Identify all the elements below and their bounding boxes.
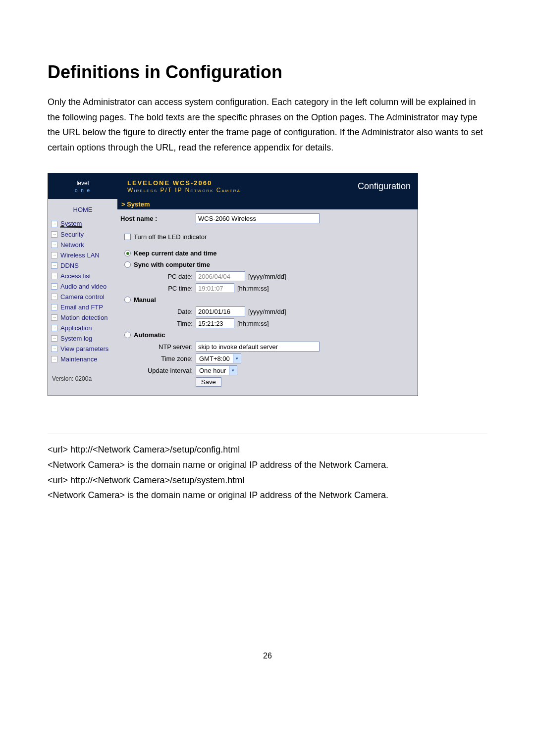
- arrow-right-icon: →: [51, 346, 57, 352]
- pc-time-label: PC time:: [120, 285, 196, 292]
- update-interval-select[interactable]: One hour ▾: [196, 365, 237, 375]
- led-checkbox-row[interactable]: Turn off the LED indicator: [120, 231, 414, 243]
- timezone-label: Time zone:: [120, 355, 196, 362]
- arrow-right-icon: →: [51, 356, 57, 362]
- sidebar-item-label: Audio and video: [60, 283, 107, 290]
- pc-date-input[interactable]: [196, 271, 245, 281]
- sidebar-item-label: Application: [60, 324, 92, 332]
- arrow-right-icon: →: [51, 335, 57, 342]
- radio-icon: [124, 332, 131, 338]
- update-interval-label: Update interval:: [120, 367, 196, 374]
- arrow-right-icon: →: [51, 294, 57, 300]
- footer-line: <Network Camera> is the domain name or o…: [48, 457, 487, 473]
- sidebar-item-security[interactable]: → Security: [48, 229, 117, 240]
- product-name: LEVELONE WCS-2060: [127, 179, 358, 187]
- manual-time-label: Time:: [120, 320, 196, 327]
- hostname-input[interactable]: [196, 213, 320, 223]
- pc-time-input[interactable]: [196, 283, 234, 293]
- sidebar-item-audio-video[interactable]: → Audio and video: [48, 281, 117, 292]
- logo-top-text: level: [77, 180, 89, 187]
- horizontal-rule: [48, 434, 487, 434]
- arrow-right-icon: →: [51, 262, 57, 269]
- sidebar-item-label: System: [60, 220, 82, 228]
- radio-sync-computer[interactable]: Sync with computer time: [120, 259, 414, 270]
- pc-date-hint: [yyyy/mm/dd]: [248, 273, 286, 280]
- arrow-right-icon: →: [51, 283, 57, 290]
- radio-label: Keep current date and time: [134, 250, 217, 257]
- page-number: 26: [48, 652, 487, 660]
- arrow-right-icon: →: [51, 273, 57, 279]
- radio-label: Sync with computer time: [134, 261, 210, 268]
- radio-label: Manual: [134, 296, 156, 303]
- sidebar-item-view-parameters[interactable]: → View parameters: [48, 344, 117, 354]
- sidebar-item-label: Access list: [60, 272, 91, 280]
- footer-line: <Network Camera> is the domain name or o…: [48, 488, 487, 503]
- sidebar-item-email-ftp[interactable]: → Email and FTP: [48, 302, 117, 312]
- header-titles: LEVELONE WCS-2060 Wireless P/T IP Networ…: [117, 179, 358, 194]
- hostname-label: Host name :: [120, 215, 196, 222]
- ntp-server-label: NTP server:: [120, 343, 196, 351]
- select-value: GMT+8:00: [196, 355, 233, 362]
- sidebar-item-label: System log: [60, 335, 92, 342]
- manual-date-hint: [yyyy/mm/dd]: [248, 308, 286, 315]
- radio-icon: [124, 297, 131, 303]
- header-section-label: Configuration: [358, 181, 418, 192]
- sidebar-item-label: DDNS: [60, 262, 79, 269]
- timezone-select[interactable]: GMT+8:00 ▾: [196, 353, 241, 363]
- pc-date-label: PC date:: [120, 273, 196, 280]
- radio-icon: [124, 250, 131, 256]
- sidebar-item-wireless-lan[interactable]: → Wireless LAN: [48, 250, 117, 260]
- sidebar-item-camera-control[interactable]: → Camera control: [48, 292, 117, 302]
- sidebar-item-maintenance[interactable]: → Maintenance: [48, 354, 117, 364]
- sidebar-item-system-log[interactable]: → System log: [48, 333, 117, 344]
- intro-paragraph: Only the Administrator can access system…: [48, 95, 487, 155]
- radio-icon: [124, 261, 131, 268]
- version-label: Version: 0200a: [48, 364, 117, 382]
- sidebar-item-label: Maintenance: [60, 355, 97, 363]
- manual-date-input[interactable]: [196, 306, 245, 316]
- config-screenshot: level o n e LEVELONE WCS-2060 Wireless P…: [48, 173, 418, 396]
- page-title: Definitions in Configuration: [48, 62, 487, 83]
- sidebar-item-label: Network: [60, 241, 84, 249]
- save-button[interactable]: Save: [196, 377, 221, 387]
- logo-bottom-text: o n e: [75, 188, 91, 193]
- arrow-right-icon: →: [51, 252, 57, 258]
- brand-logo: level o n e: [48, 173, 117, 199]
- arrow-right-icon: →: [51, 231, 57, 238]
- chevron-down-icon: ▾: [233, 354, 241, 363]
- manual-time-input[interactable]: [196, 318, 234, 328]
- radio-automatic[interactable]: Automatic: [120, 329, 414, 341]
- screenshot-header: level o n e LEVELONE WCS-2060 Wireless P…: [48, 173, 418, 199]
- sidebar-item-access-list[interactable]: → Access list: [48, 271, 117, 281]
- manual-date-label: Date:: [120, 308, 196, 315]
- sidebar: HOME → System → Security → Network → Wir…: [48, 199, 117, 396]
- pc-time-hint: [hh:mm:ss]: [237, 285, 269, 292]
- sidebar-item-label: Security: [60, 231, 84, 238]
- footer-line: <url> http://<Network Camera>/setup/conf…: [48, 442, 487, 457]
- radio-manual[interactable]: Manual: [120, 294, 414, 305]
- checkbox-icon: [124, 234, 131, 240]
- select-value: One hour: [196, 367, 229, 374]
- led-checkbox-label: Turn off the LED indicator: [134, 233, 207, 241]
- radio-keep-current[interactable]: Keep current date and time: [120, 248, 414, 259]
- sidebar-item-ddns[interactable]: → DDNS: [48, 260, 117, 271]
- manual-time-hint: [hh:mm:ss]: [237, 320, 269, 327]
- sidebar-item-label: View parameters: [60, 345, 108, 353]
- sidebar-item-label: Motion detection: [60, 314, 107, 321]
- ntp-server-input[interactable]: [196, 342, 320, 352]
- arrow-right-icon: →: [51, 304, 57, 310]
- sidebar-item-application[interactable]: → Application: [48, 323, 117, 333]
- arrow-right-icon: →: [51, 221, 57, 227]
- sidebar-item-network[interactable]: → Network: [48, 240, 117, 250]
- footer-line: <url> http://<Network Camera>/setup/syst…: [48, 473, 487, 488]
- arrow-right-icon: →: [51, 314, 57, 321]
- sidebar-item-system[interactable]: → System: [48, 218, 117, 229]
- arrow-right-icon: →: [51, 325, 57, 331]
- sidebar-item-label: Wireless LAN: [60, 252, 100, 259]
- sidebar-item-motion-detection[interactable]: → Motion detection: [48, 312, 117, 323]
- sidebar-item-label: Email and FTP: [60, 303, 103, 311]
- footer-url-block: <url> http://<Network Camera>/setup/conf…: [48, 442, 487, 503]
- chevron-down-icon: ▾: [229, 366, 237, 375]
- content-title: > System: [117, 199, 418, 209]
- sidebar-home-link[interactable]: HOME: [48, 203, 117, 218]
